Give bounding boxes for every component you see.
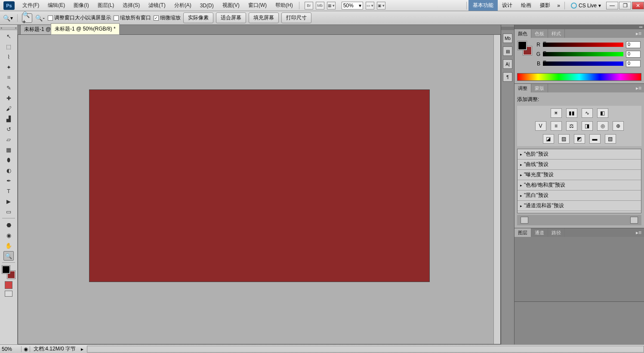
- tab-adjustments[interactable]: 调整: [515, 84, 531, 92]
- adj-footer-right-icon[interactable]: [630, 217, 638, 224]
- type-tool[interactable]: T: [3, 186, 14, 196]
- tab-swatches[interactable]: 色板: [531, 29, 548, 38]
- balance-icon[interactable]: ⚖: [566, 121, 577, 131]
- hand-tool[interactable]: ✋: [3, 241, 14, 250]
- g-value[interactable]: 0: [626, 51, 641, 58]
- status-info-icon[interactable]: ◉: [22, 346, 30, 352]
- panel-menu-icon[interactable]: ▸≡: [633, 84, 644, 92]
- adj-footer-left-icon[interactable]: [521, 217, 528, 224]
- vibrance-icon[interactable]: V: [535, 121, 546, 131]
- preset-channel-mixer[interactable]: "通道混和器"预设: [518, 201, 641, 211]
- horizontal-scrollbar[interactable]: [87, 346, 644, 353]
- history-brush-tool[interactable]: ↺: [3, 124, 14, 134]
- zoom-tool[interactable]: 🔍: [3, 251, 14, 261]
- tab-layers[interactable]: 图层: [515, 228, 531, 237]
- workspace-photography[interactable]: 摄影: [536, 0, 555, 11]
- zoom-all-windows-checkbox[interactable]: 缩放所有窗口: [114, 14, 151, 21]
- 3d-tool[interactable]: ⬣: [3, 220, 14, 230]
- b-slider[interactable]: [543, 61, 623, 66]
- stamp-tool[interactable]: ▟: [3, 114, 14, 123]
- curves-icon[interactable]: ∿: [582, 108, 593, 118]
- canvas[interactable]: [89, 90, 429, 282]
- arrange-docs-icon[interactable]: ▦: [327, 2, 336, 9]
- menu-filter[interactable]: 滤镜(T): [144, 0, 169, 11]
- shape-tool[interactable]: ▭: [3, 207, 14, 216]
- panel-menu-icon[interactable]: ▸≡: [633, 29, 644, 38]
- dock-grip[interactable]: ◂◂: [515, 25, 644, 29]
- menu-layer[interactable]: 图层(L): [93, 0, 119, 11]
- marquee-tool[interactable]: ⬚: [3, 42, 14, 51]
- minibridge-icon[interactable]: Mb: [316, 2, 324, 9]
- paragraph-panel-icon[interactable]: ¶: [503, 72, 512, 82]
- vertical-scrollbar[interactable]: [493, 35, 500, 344]
- healing-tool[interactable]: ✚: [3, 93, 14, 103]
- gradient-tool[interactable]: ▦: [3, 145, 14, 154]
- preset-levels[interactable]: "色阶"预设: [518, 149, 641, 160]
- workspace-essentials[interactable]: 基本功能: [468, 0, 498, 11]
- photo-filter-icon[interactable]: ◎: [597, 121, 608, 131]
- brightness-icon[interactable]: ☀: [551, 108, 562, 118]
- tab-masks[interactable]: 蒙版: [531, 84, 548, 92]
- minibridge-panel-icon[interactable]: Mb: [503, 34, 512, 43]
- r-value[interactable]: 0: [626, 41, 641, 48]
- history-panel-icon[interactable]: ▤: [503, 46, 512, 56]
- menu-file[interactable]: 文件(F): [18, 0, 43, 11]
- bw-icon[interactable]: ◨: [582, 121, 593, 131]
- preset-hue-saturation[interactable]: "色相/饱和度"预设: [518, 180, 641, 190]
- color-swatches[interactable]: [518, 41, 532, 55]
- brush-tool[interactable]: 🖌: [3, 104, 14, 113]
- tool-preset-picker[interactable]: 🔍▾: [3, 13, 13, 23]
- g-slider[interactable]: [543, 52, 623, 56]
- menu-3d[interactable]: 3D(D): [196, 1, 218, 10]
- toolbox-grip[interactable]: [0, 27, 17, 30]
- fit-screen-button[interactable]: 适合屏幕: [216, 12, 246, 23]
- levels-icon[interactable]: ▮▮: [566, 108, 577, 118]
- fg-swatch[interactable]: [518, 41, 527, 50]
- move-tool[interactable]: ↖: [3, 31, 14, 41]
- panel-menu-icon[interactable]: ▸≡: [633, 228, 644, 237]
- selective-color-icon[interactable]: ▧: [605, 134, 616, 144]
- zoom-out-button[interactable]: 🔍-: [35, 13, 45, 23]
- workspace-design[interactable]: 设计: [498, 0, 517, 11]
- color-spectrum[interactable]: [517, 73, 641, 81]
- screen-mode-toggle[interactable]: [5, 291, 12, 297]
- menu-help[interactable]: 帮助(H): [271, 0, 297, 11]
- menu-analysis[interactable]: 分析(A): [170, 0, 196, 11]
- bridge-icon[interactable]: Br: [305, 2, 313, 9]
- tab-channels[interactable]: 通道: [531, 228, 548, 237]
- lasso-tool[interactable]: ⌇: [3, 52, 14, 61]
- canvas-viewport[interactable]: [18, 34, 501, 344]
- r-slider[interactable]: [543, 43, 623, 47]
- layers-body[interactable]: [515, 237, 644, 301]
- character-panel-icon[interactable]: A|: [503, 59, 512, 69]
- invert-icon[interactable]: ◪: [543, 134, 554, 144]
- resize-window-checkbox[interactable]: 调整窗口大小以满屏显示: [48, 14, 111, 21]
- eyedropper-tool[interactable]: ✎: [3, 83, 14, 92]
- zoom-in-button[interactable]: 🔍+: [22, 13, 32, 23]
- status-menu-arrow[interactable]: ▸: [81, 346, 83, 352]
- path-select-tool[interactable]: ▶: [3, 196, 14, 206]
- wand-tool[interactable]: ✦: [3, 62, 14, 72]
- crop-tool[interactable]: ⌗: [3, 73, 14, 82]
- screen-mode-icon[interactable]: ▭: [366, 2, 374, 9]
- preset-exposure[interactable]: "曝光度"预设: [518, 170, 641, 180]
- menu-window[interactable]: 窗口(W): [244, 0, 271, 11]
- menu-edit[interactable]: 编辑(E): [43, 0, 69, 11]
- scrubby-zoom-checkbox[interactable]: ✓细微缩放: [154, 14, 181, 21]
- threshold-icon[interactable]: ◩: [574, 134, 585, 144]
- preset-blackwhite[interactable]: "黑白"预设: [518, 190, 641, 201]
- tab-styles[interactable]: 样式: [548, 29, 565, 38]
- posterize-icon[interactable]: ▨: [558, 134, 570, 144]
- preset-selective-color[interactable]: "可选颜色"预设: [518, 211, 641, 213]
- quick-mask-toggle[interactable]: [5, 281, 12, 289]
- foreground-color-swatch[interactable]: [2, 266, 10, 273]
- cslive-button[interactable]: CS Live▾: [567, 1, 605, 10]
- menu-view[interactable]: 视图(V): [218, 0, 244, 11]
- menu-image[interactable]: 图像(I): [69, 0, 93, 11]
- window-restore[interactable]: ❐: [619, 2, 631, 9]
- b-value[interactable]: 0: [626, 60, 641, 67]
- workspace-painting[interactable]: 绘画: [517, 0, 536, 11]
- preset-curves[interactable]: "曲线"预设: [518, 160, 641, 170]
- zoom-combo[interactable]: 50%▾: [342, 2, 363, 9]
- blur-tool[interactable]: ⬮: [3, 155, 14, 165]
